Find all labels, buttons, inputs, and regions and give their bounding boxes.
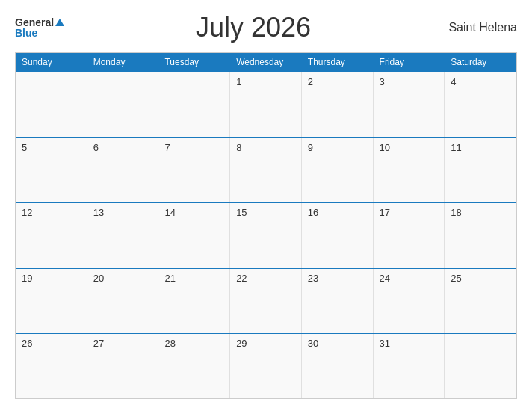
day-number: 2 — [308, 76, 367, 87]
day-cell: 2 — [302, 72, 374, 137]
day-number: 9 — [308, 142, 367, 153]
logo: General Blue — [15, 17, 64, 38]
day-number: 29 — [236, 338, 295, 349]
day-cell: 30 — [302, 334, 374, 398]
day-cell: 26 — [16, 334, 87, 398]
day-number: 11 — [451, 142, 510, 153]
week-row-1: 1234 — [16, 71, 516, 137]
day-number: 8 — [236, 142, 295, 153]
day-cell: 10 — [374, 138, 445, 203]
day-header-friday: Friday — [374, 53, 445, 71]
day-number: 1 — [236, 76, 295, 87]
day-cell — [16, 72, 87, 137]
day-cell: 7 — [158, 138, 230, 203]
day-number: 16 — [308, 207, 367, 218]
day-number: 14 — [164, 207, 223, 218]
day-cell: 9 — [302, 138, 374, 203]
location-label: Saint Helena — [442, 21, 517, 34]
day-number: 12 — [22, 207, 81, 218]
day-cell: 17 — [374, 203, 445, 268]
day-cell: 14 — [158, 203, 230, 268]
day-number: 22 — [236, 273, 295, 284]
week-row-2: 567891011 — [16, 137, 516, 203]
day-cell: 24 — [374, 269, 445, 333]
day-number: 24 — [380, 273, 439, 284]
day-cell: 15 — [230, 203, 302, 268]
day-number: 28 — [164, 338, 223, 349]
day-headers-row: SundayMondayTuesdayWednesdayThursdayFrid… — [16, 53, 516, 71]
day-number: 26 — [22, 338, 81, 349]
week-row-3: 12131415161718 — [16, 202, 516, 268]
day-cell: 16 — [302, 203, 374, 268]
day-cell: 1 — [230, 72, 302, 137]
day-cell: 27 — [87, 334, 159, 398]
day-cell: 29 — [230, 334, 302, 398]
calendar-grid: SundayMondayTuesdayWednesdayThursdayFrid… — [15, 52, 517, 399]
day-number: 5 — [22, 142, 81, 153]
day-cell: 3 — [374, 72, 445, 137]
day-cell: 12 — [16, 203, 87, 268]
day-number: 4 — [451, 76, 510, 87]
day-header-monday: Monday — [87, 53, 159, 71]
day-cell: 22 — [230, 269, 302, 333]
logo-general-text: General — [15, 17, 54, 28]
day-header-thursday: Thursday — [302, 53, 374, 71]
logo-triangle-icon — [55, 19, 64, 26]
day-number: 23 — [308, 273, 367, 284]
day-number: 3 — [380, 76, 439, 87]
day-cell: 6 — [87, 138, 159, 203]
month-title: July 2026 — [64, 12, 442, 43]
day-number: 30 — [308, 338, 367, 349]
day-number: 31 — [380, 338, 439, 349]
logo-blue-text: Blue — [15, 28, 64, 38]
day-cell: 28 — [158, 334, 230, 398]
day-number: 6 — [93, 142, 152, 153]
day-number: 19 — [22, 273, 81, 284]
day-cell: 4 — [445, 72, 516, 137]
day-number: 21 — [164, 273, 223, 284]
day-cell: 18 — [445, 203, 516, 268]
day-cell — [158, 72, 230, 137]
day-number: 7 — [164, 142, 223, 153]
calendar-container: General Blue July 2026 Saint Helena Sund… — [0, 0, 532, 411]
day-number: 27 — [93, 338, 152, 349]
day-cell: 8 — [230, 138, 302, 203]
day-cell: 19 — [16, 269, 87, 333]
week-row-5: 262728293031 — [16, 333, 516, 398]
day-cell — [87, 72, 159, 137]
day-cell: 13 — [87, 203, 159, 268]
day-header-tuesday: Tuesday — [158, 53, 230, 71]
day-cell: 23 — [302, 269, 374, 333]
day-cell: 21 — [158, 269, 230, 333]
day-number: 20 — [93, 273, 152, 284]
day-header-saturday: Saturday — [445, 53, 516, 71]
day-cell: 31 — [374, 334, 445, 398]
day-cell — [445, 334, 516, 398]
day-number: 15 — [236, 207, 295, 218]
day-cell: 5 — [16, 138, 87, 203]
calendar-header: General Blue July 2026 Saint Helena — [15, 12, 517, 43]
weeks-container: 1234567891011121314151617181920212223242… — [16, 71, 516, 398]
day-number: 10 — [380, 142, 439, 153]
day-cell: 20 — [87, 269, 159, 333]
day-header-wednesday: Wednesday — [230, 53, 302, 71]
day-number: 13 — [93, 207, 152, 218]
day-number: 17 — [380, 207, 439, 218]
day-number: 25 — [451, 273, 510, 284]
week-row-4: 19202122232425 — [16, 268, 516, 333]
day-cell: 11 — [445, 138, 516, 203]
day-number: 18 — [451, 207, 510, 218]
day-header-sunday: Sunday — [16, 53, 87, 71]
day-cell: 25 — [445, 269, 516, 333]
